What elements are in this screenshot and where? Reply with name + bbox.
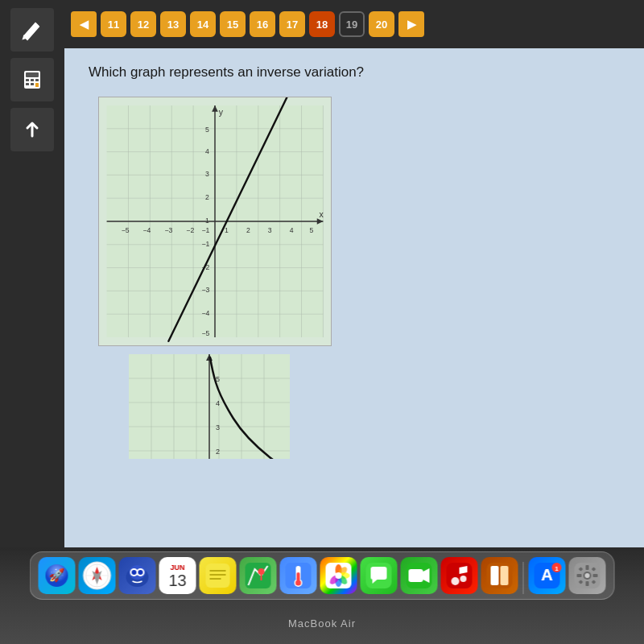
dock-facetime[interactable] bbox=[401, 557, 438, 594]
dock-settings[interactable] bbox=[569, 557, 606, 594]
prev-button[interactable]: ◀ bbox=[71, 11, 97, 37]
svg-rect-109 bbox=[447, 563, 473, 588]
svg-text:1: 1 bbox=[205, 217, 209, 225]
svg-text:−5: −5 bbox=[122, 226, 130, 234]
dock-messages[interactable] bbox=[361, 557, 398, 594]
svg-rect-124 bbox=[586, 565, 589, 570]
q-btn-14[interactable]: 14 bbox=[190, 11, 216, 37]
q-btn-13[interactable]: 13 bbox=[160, 11, 186, 37]
svg-point-123 bbox=[585, 573, 590, 578]
svg-text:2: 2 bbox=[216, 448, 220, 456]
svg-point-84 bbox=[132, 570, 137, 575]
svg-text:4: 4 bbox=[290, 226, 294, 234]
svg-text:3: 3 bbox=[268, 226, 272, 234]
svg-rect-127 bbox=[593, 574, 598, 577]
question-text: Which graph represents an inverse variat… bbox=[89, 64, 620, 80]
svg-point-110 bbox=[452, 577, 460, 585]
macbook-label: MacBook Air bbox=[288, 617, 356, 630]
svg-rect-7 bbox=[35, 83, 39, 87]
dock-separator bbox=[523, 562, 524, 594]
svg-rect-1 bbox=[26, 72, 39, 77]
q-btn-18[interactable]: 18 bbox=[309, 11, 335, 37]
dock-maps[interactable] bbox=[240, 557, 277, 594]
svg-point-104 bbox=[336, 572, 342, 579]
dock-appstore[interactable]: A A 1 bbox=[529, 557, 566, 594]
svg-rect-3 bbox=[31, 79, 34, 81]
svg-text:y: y bbox=[219, 107, 224, 117]
svg-point-96 bbox=[295, 580, 301, 586]
dock-launchpad[interactable]: 🚀 bbox=[39, 557, 76, 594]
macbook-bezel: 🚀 JUN bbox=[0, 547, 644, 644]
svg-rect-126 bbox=[577, 574, 582, 577]
svg-rect-114 bbox=[501, 566, 509, 585]
svg-text:🚀: 🚀 bbox=[49, 568, 65, 583]
dock: 🚀 JUN bbox=[30, 551, 615, 600]
q-btn-16[interactable]: 16 bbox=[250, 11, 275, 37]
svg-text:−1: −1 bbox=[202, 226, 210, 234]
svg-text:1: 1 bbox=[225, 226, 229, 234]
svg-text:A: A bbox=[541, 566, 552, 584]
graph-area: x y −5 −4 −3 −2 −1 1 2 3 4 5 5 4 3 bbox=[89, 97, 620, 459]
svg-text:3: 3 bbox=[205, 170, 209, 178]
svg-point-85 bbox=[138, 570, 143, 575]
q-btn-11[interactable]: 11 bbox=[101, 11, 126, 37]
svg-rect-5 bbox=[26, 83, 29, 85]
dock-notes[interactable] bbox=[200, 557, 237, 594]
next-button[interactable]: ▶ bbox=[398, 11, 424, 37]
q-btn-15[interactable]: 15 bbox=[220, 11, 246, 37]
dock-thermometer[interactable] bbox=[280, 557, 317, 594]
svg-text:2: 2 bbox=[246, 226, 250, 234]
graph-2-partial: 5 4 3 2 bbox=[129, 354, 290, 459]
graph-1: x y −5 −4 −3 −2 −1 1 2 3 4 5 5 4 3 bbox=[98, 97, 332, 346]
svg-rect-125 bbox=[586, 581, 589, 586]
q-btn-17[interactable]: 17 bbox=[279, 11, 305, 37]
svg-text:2: 2 bbox=[205, 193, 209, 201]
left-sidebar bbox=[0, 0, 64, 547]
dock-calendar[interactable]: JUN 13 bbox=[159, 557, 196, 594]
svg-text:−4: −4 bbox=[202, 309, 210, 317]
q-btn-19[interactable]: 19 bbox=[339, 11, 365, 37]
svg-text:x: x bbox=[320, 209, 324, 219]
dock-music[interactable] bbox=[441, 557, 478, 594]
q-btn-20[interactable]: 20 bbox=[369, 11, 394, 37]
calculator-tool[interactable] bbox=[10, 58, 54, 101]
svg-rect-107 bbox=[409, 569, 423, 582]
svg-text:−5: −5 bbox=[202, 329, 210, 337]
svg-text:3: 3 bbox=[216, 423, 220, 431]
svg-text:−4: −4 bbox=[143, 226, 151, 234]
pencil-tool[interactable] bbox=[10, 8, 54, 52]
svg-text:−2: −2 bbox=[186, 226, 194, 234]
dock-books[interactable] bbox=[481, 557, 518, 594]
svg-text:−1: −1 bbox=[202, 240, 210, 248]
dock-alien[interactable] bbox=[119, 557, 156, 594]
svg-rect-86 bbox=[206, 564, 230, 588]
svg-rect-2 bbox=[26, 79, 29, 81]
question-bar: ◀ 11 12 13 14 15 16 17 18 19 20 ▶ bbox=[64, 0, 644, 48]
dock-safari[interactable] bbox=[79, 557, 116, 594]
svg-rect-4 bbox=[35, 79, 39, 81]
svg-text:4: 4 bbox=[205, 147, 209, 155]
svg-text:−3: −3 bbox=[202, 286, 210, 294]
svg-text:5: 5 bbox=[310, 226, 314, 234]
svg-text:−3: −3 bbox=[164, 226, 172, 234]
content-area: Which graph represents an inverse variat… bbox=[64, 48, 644, 547]
svg-text:4: 4 bbox=[216, 399, 220, 407]
screen: ◀ 11 12 13 14 15 16 17 18 19 20 ▶ Which … bbox=[0, 0, 644, 547]
svg-rect-113 bbox=[491, 566, 499, 585]
svg-point-111 bbox=[460, 576, 467, 582]
dock-photos[interactable] bbox=[320, 557, 357, 594]
svg-text:1: 1 bbox=[555, 565, 559, 572]
svg-text:5: 5 bbox=[205, 126, 209, 134]
up-arrow-tool[interactable] bbox=[10, 108, 54, 151]
svg-rect-6 bbox=[31, 83, 34, 85]
q-btn-12[interactable]: 12 bbox=[130, 11, 156, 37]
